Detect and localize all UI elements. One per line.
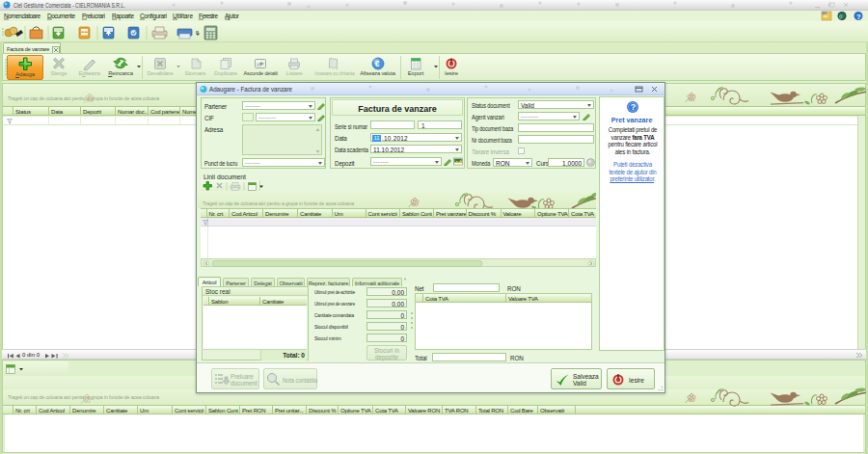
svg-text:Ferestre: Ferestre [199, 13, 218, 19]
svg-text:Adaugare - Factura de vanzare: Adaugare - Factura de vanzare [209, 86, 292, 93]
svg-text:€: € [374, 59, 379, 68]
svg-text:?: ? [631, 102, 637, 112]
svg-text:Documente: Documente [47, 13, 75, 19]
svg-text:?: ? [856, 13, 861, 21]
svg-text:Ciel Gestiune Comerciala - CIE: Ciel Gestiune Comerciala - CIELROMANIA S… [14, 2, 125, 9]
svg-text:(i: (i [839, 13, 842, 19]
svg-text:Utilitare: Utilitare [173, 13, 193, 19]
svg-text:Nomenclatoare: Nomenclatoare [4, 13, 41, 19]
svg-text:Prelucrari: Prelucrari [82, 13, 105, 19]
